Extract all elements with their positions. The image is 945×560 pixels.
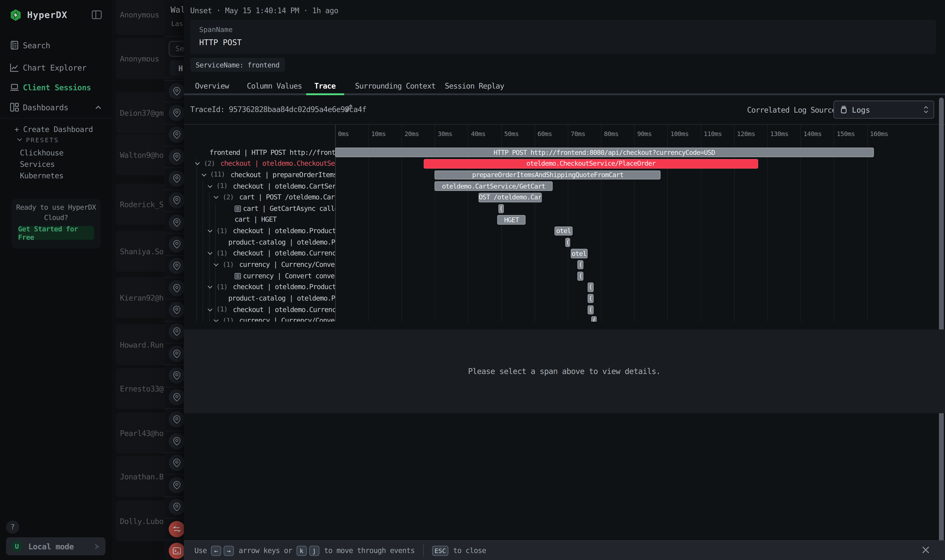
tab-overview[interactable]: Overview [195,78,229,94]
chevron-down-icon[interactable] [207,251,213,256]
trace-tree-row[interactable]: currency | Convert convers… [183,270,335,282]
session-card[interactable]: Dolly.Lubo [116,500,165,542]
tab-surrounding-context[interactable]: Surrounding Context [355,78,435,94]
span-bar[interactable]: oteldemo.CartService/GetCart [435,182,552,191]
sidebar-item-clickhouse[interactable]: Clickhouse [20,148,63,157]
event-icon-pin[interactable] [169,477,184,493]
logo[interactable]: HyperDX [9,8,68,22]
session-card[interactable]: Shaniya.So [116,231,165,272]
tab-session-replay[interactable]: Session Replay [445,78,504,94]
event-icon-pin[interactable] [169,389,184,406]
event-icon-pin[interactable] [169,346,184,362]
session-card[interactable]: Ernesto33@ [116,368,165,409]
event-icon-pin[interactable] [169,83,184,99]
span-bar[interactable]: ( [587,294,594,303]
tab-column-values[interactable]: Column Values [247,78,302,94]
span-bar[interactable]: oteldemo.CheckoutService/PlaceOrder [424,159,758,168]
help-button[interactable]: ? [6,520,19,534]
span-bar[interactable]: ( [577,271,584,281]
trace-tree-row[interactable]: cart | GetCartAsync called… [183,203,335,214]
chevron-down-icon[interactable] [214,318,219,321]
close-icon[interactable] [920,545,931,555]
trace-tree-row[interactable]: (1)checkout | oteldemo.ProductCat… [183,282,335,293]
span-bar[interactable]: otel [570,249,587,258]
event-icon-pin[interactable] [169,324,184,340]
sidebar-item-kubernetes[interactable]: Kubernetes [20,171,63,180]
vertical-scrollbar[interactable] [939,98,943,557]
session-card[interactable]: Jonathan.B [116,456,165,497]
event-icon-pin[interactable] [169,411,184,428]
chevron-down-icon[interactable] [214,195,219,200]
event-icon-pin[interactable] [169,192,184,209]
sidebar-item-services[interactable]: Services [20,160,55,169]
event-icon-swap[interactable] [169,521,184,537]
trace-tree-row[interactable]: (1)checkout | oteldemo.CartServic… [183,181,335,192]
trace-tree-row[interactable]: (1)checkout | oteldemo.CurrencySe… [183,248,335,259]
event-icon-pin[interactable] [169,499,184,515]
session-card[interactable]: Walton9@ho [116,134,165,175]
chevron-down-icon[interactable] [214,262,219,268]
presets-toggle[interactable]: PRESETS [17,136,59,143]
span-bar[interactable]: ( [565,238,570,247]
chevron-down-icon[interactable] [207,183,213,189]
log-source-select[interactable]: Logs [833,101,934,118]
sidebar-item-search[interactable]: Search [0,38,112,52]
session-filter-chip[interactable]: H [170,60,184,76]
collapse-sidebar-icon[interactable] [91,10,102,19]
event-icon-pin[interactable] [169,126,184,143]
session-card[interactable]: Pearl43@ho [116,412,165,454]
session-card[interactable]: Howard.Run [116,324,165,365]
session-card[interactable]: Anonymous [116,0,165,35]
session-card[interactable]: Kieran92@h [116,277,165,318]
event-icon-pin[interactable] [169,433,184,449]
sidebar-item-client-sessions[interactable]: Client Sessions [0,80,112,95]
span-bar[interactable]: POST /oteldemo.Cart [478,193,542,202]
trace-tree-row[interactable]: (2)checkout | oteldemo.CheckoutServic… [183,158,335,169]
session-card[interactable]: Roderick_S [116,184,165,225]
chevron-down-icon[interactable] [207,228,213,234]
sidebar-item-dashboards[interactable]: Dashboards [0,100,112,114]
session-search-input[interactable]: Sea [169,41,184,57]
event-icon-terminal[interactable] [169,543,184,559]
span-bar[interactable]: ( [591,316,597,321]
event-icon-pin[interactable] [169,214,184,231]
event-icon-pin[interactable] [169,368,184,384]
chevron-down-icon[interactable] [207,285,213,290]
chevron-down-icon[interactable] [195,161,200,166]
span-bar[interactable]: ( [577,260,584,269]
event-icon-pin[interactable] [169,258,184,274]
span-bar[interactable]: HTTP POST http://frontend:8080/api/check… [335,148,874,157]
span-bar[interactable]: ( [498,204,504,213]
event-icon-pin[interactable] [169,148,184,165]
sidebar-item-chart-explorer[interactable]: Chart Explorer [0,60,112,75]
span-bar[interactable]: ( [587,305,594,314]
trace-tree-row[interactable]: cart | HGET [183,214,335,226]
span-bar[interactable]: ( [587,283,594,292]
edit-icon[interactable] [344,104,353,113]
event-icon-pin[interactable] [169,105,184,121]
event-icon-pin[interactable] [169,280,184,296]
span-bar[interactable]: prepareOrderItemsAndShippingQuoteFromCar… [435,170,661,180]
trace-tree-row[interactable]: product-catalog | oteldemo.Prod… [183,293,335,304]
create-dashboard-button[interactable]: + Create Dashboard [15,125,93,134]
chevron-down-icon[interactable] [201,172,207,178]
trace-tree-row[interactable]: product-catalog | oteldemo.Prod… [183,237,335,248]
trace-tree-row[interactable]: (1)checkout | oteldemo.CurrencySe… [183,304,335,315]
span-bar[interactable]: HGET [497,215,526,225]
trace-tree-row[interactable]: (2)cart | POST /oteldemo.CartSe… [183,192,335,203]
span-bar[interactable]: otel [554,226,572,236]
user-menu[interactable]: U Local mode [6,537,105,555]
trace-tree-row[interactable]: (1)currency | Currency/Convert [183,315,335,321]
trace-tree-row[interactable]: frontend | HTTP POST http://frontend:… [183,147,335,158]
session-card[interactable]: Deion37@gm [116,92,165,133]
trace-tree-row[interactable]: (1)currency | Currency/Convert [183,259,335,271]
event-icon-pin[interactable] [169,236,184,252]
tab-trace[interactable]: Trace [314,78,335,94]
event-icon-pin[interactable] [169,455,184,471]
chevron-down-icon[interactable] [207,307,213,312]
get-started-button[interactable]: Get Started for Free [18,226,94,240]
trace-tree-row[interactable]: (11)checkout | prepareOrderItemsAnd… [183,169,335,181]
event-icon-pin[interactable] [169,170,184,186]
service-name-chip[interactable]: ServiceName: frontend [190,58,285,71]
trace-tree-row[interactable]: (1)checkout | oteldemo.ProductCat… [183,226,335,237]
